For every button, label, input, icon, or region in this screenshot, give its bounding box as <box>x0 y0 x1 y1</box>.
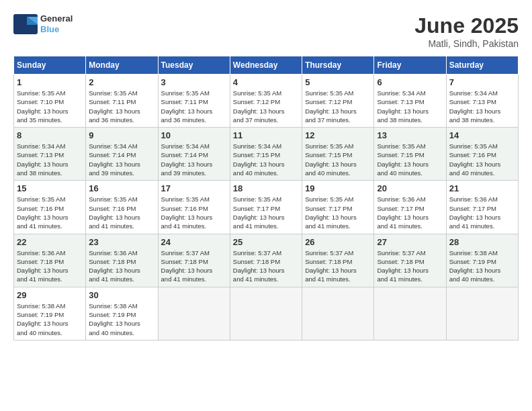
day-number: 26 <box>305 237 371 247</box>
day-number: 2 <box>89 77 154 87</box>
day-number: 15 <box>17 183 83 193</box>
day-number: 24 <box>161 237 227 247</box>
table-row: 4Sunrise: 5:35 AM Sunset: 7:12 PM Daylig… <box>230 75 302 128</box>
day-number: 4 <box>233 77 299 87</box>
table-row: 29Sunrise: 5:38 AM Sunset: 7:19 PM Dayli… <box>14 287 86 340</box>
day-info: Sunrise: 5:35 AM Sunset: 7:15 PM Dayligh… <box>305 142 371 177</box>
col-thursday: Thursday <box>302 56 374 75</box>
day-number: 5 <box>305 77 371 87</box>
location-title: Matli, Sindh, Pakistan <box>414 38 519 49</box>
day-info: Sunrise: 5:34 AM Sunset: 7:15 PM Dayligh… <box>233 142 299 177</box>
day-number: 18 <box>233 183 299 193</box>
day-number: 29 <box>17 290 83 300</box>
col-friday: Friday <box>374 56 446 75</box>
day-info: Sunrise: 5:36 AM Sunset: 7:17 PM Dayligh… <box>449 195 515 230</box>
day-info: Sunrise: 5:37 AM Sunset: 7:18 PM Dayligh… <box>233 248 299 284</box>
table-row: 8Sunrise: 5:34 AM Sunset: 7:13 PM Daylig… <box>14 128 86 181</box>
day-number: 9 <box>89 130 154 140</box>
title-area: June 2025 Matli, Sindh, Pakistan <box>414 13 519 49</box>
col-saturday: Saturday <box>446 56 518 75</box>
day-number: 6 <box>377 77 443 87</box>
day-number: 27 <box>377 237 443 247</box>
table-row: 1Sunrise: 5:35 AM Sunset: 7:10 PM Daylig… <box>14 75 86 128</box>
table-row: 18Sunrise: 5:35 AM Sunset: 7:17 PM Dayli… <box>230 181 302 234</box>
logo: General Blue <box>13 13 73 34</box>
table-row: 2Sunrise: 5:35 AM Sunset: 7:11 PM Daylig… <box>86 75 158 128</box>
day-number: 13 <box>377 130 443 140</box>
table-row: 11Sunrise: 5:34 AM Sunset: 7:15 PM Dayli… <box>230 128 302 181</box>
table-row: 10Sunrise: 5:34 AM Sunset: 7:14 PM Dayli… <box>158 128 230 181</box>
table-row: 7Sunrise: 5:34 AM Sunset: 7:13 PM Daylig… <box>446 75 518 128</box>
day-info: Sunrise: 5:35 AM Sunset: 7:10 PM Dayligh… <box>17 89 83 124</box>
day-info: Sunrise: 5:38 AM Sunset: 7:19 PM Dayligh… <box>89 302 154 337</box>
day-info: Sunrise: 5:37 AM Sunset: 7:18 PM Dayligh… <box>377 248 443 284</box>
day-info: Sunrise: 5:36 AM Sunset: 7:17 PM Dayligh… <box>377 195 443 230</box>
day-number: 3 <box>161 77 227 87</box>
day-info: Sunrise: 5:35 AM Sunset: 7:11 PM Dayligh… <box>89 89 154 124</box>
day-number: 11 <box>233 130 299 140</box>
day-number: 10 <box>161 130 227 140</box>
day-info: Sunrise: 5:35 AM Sunset: 7:12 PM Dayligh… <box>305 89 371 124</box>
day-info: Sunrise: 5:36 AM Sunset: 7:18 PM Dayligh… <box>17 248 83 284</box>
day-info: Sunrise: 5:37 AM Sunset: 7:18 PM Dayligh… <box>305 248 371 284</box>
calendar-week-row: 15Sunrise: 5:35 AM Sunset: 7:16 PM Dayli… <box>14 181 519 234</box>
table-row: 23Sunrise: 5:36 AM Sunset: 7:18 PM Dayli… <box>86 234 158 287</box>
table-row: 16Sunrise: 5:35 AM Sunset: 7:16 PM Dayli… <box>86 181 158 234</box>
table-row: 30Sunrise: 5:38 AM Sunset: 7:19 PM Dayli… <box>86 287 158 340</box>
day-number: 19 <box>305 183 371 193</box>
day-info: Sunrise: 5:35 AM Sunset: 7:16 PM Dayligh… <box>449 142 515 177</box>
day-number: 1 <box>17 77 83 87</box>
day-info: Sunrise: 5:38 AM Sunset: 7:19 PM Dayligh… <box>17 302 83 337</box>
table-row: 27Sunrise: 5:37 AM Sunset: 7:18 PM Dayli… <box>374 234 446 287</box>
day-number: 20 <box>377 183 443 193</box>
table-row: 28Sunrise: 5:38 AM Sunset: 7:19 PM Dayli… <box>446 234 518 287</box>
table-row: 13Sunrise: 5:35 AM Sunset: 7:15 PM Dayli… <box>374 128 446 181</box>
table-row: 15Sunrise: 5:35 AM Sunset: 7:16 PM Dayli… <box>14 181 86 234</box>
calendar-week-row: 1Sunrise: 5:35 AM Sunset: 7:10 PM Daylig… <box>14 75 519 128</box>
table-row <box>158 287 230 340</box>
day-info: Sunrise: 5:35 AM Sunset: 7:11 PM Dayligh… <box>161 89 227 124</box>
table-row: 20Sunrise: 5:36 AM Sunset: 7:17 PM Dayli… <box>374 181 446 234</box>
table-row <box>446 287 518 340</box>
day-info: Sunrise: 5:35 AM Sunset: 7:16 PM Dayligh… <box>89 195 154 230</box>
calendar-week-row: 29Sunrise: 5:38 AM Sunset: 7:19 PM Dayli… <box>14 287 519 340</box>
day-number: 16 <box>89 183 154 193</box>
day-info: Sunrise: 5:34 AM Sunset: 7:13 PM Dayligh… <box>449 89 515 124</box>
table-row: 12Sunrise: 5:35 AM Sunset: 7:15 PM Dayli… <box>302 128 374 181</box>
day-info: Sunrise: 5:34 AM Sunset: 7:14 PM Dayligh… <box>161 142 227 177</box>
calendar-week-row: 8Sunrise: 5:34 AM Sunset: 7:13 PM Daylig… <box>14 128 519 181</box>
day-info: Sunrise: 5:35 AM Sunset: 7:16 PM Dayligh… <box>17 195 83 230</box>
table-row: 24Sunrise: 5:37 AM Sunset: 7:18 PM Dayli… <box>158 234 230 287</box>
table-row: 21Sunrise: 5:36 AM Sunset: 7:17 PM Dayli… <box>446 181 518 234</box>
col-wednesday: Wednesday <box>230 56 302 75</box>
table-row: 14Sunrise: 5:35 AM Sunset: 7:16 PM Dayli… <box>446 128 518 181</box>
table-row <box>230 287 302 340</box>
day-number: 22 <box>17 237 83 247</box>
calendar-header-row: Sunday Monday Tuesday Wednesday Thursday… <box>14 56 519 75</box>
col-sunday: Sunday <box>14 56 86 75</box>
col-tuesday: Tuesday <box>158 56 230 75</box>
logo-icon <box>13 14 38 34</box>
table-row: 6Sunrise: 5:34 AM Sunset: 7:13 PM Daylig… <box>374 75 446 128</box>
day-info: Sunrise: 5:37 AM Sunset: 7:18 PM Dayligh… <box>161 248 227 284</box>
day-number: 28 <box>449 237 515 247</box>
day-info: Sunrise: 5:35 AM Sunset: 7:17 PM Dayligh… <box>233 195 299 230</box>
day-info: Sunrise: 5:35 AM Sunset: 7:17 PM Dayligh… <box>305 195 371 230</box>
table-row: 25Sunrise: 5:37 AM Sunset: 7:18 PM Dayli… <box>230 234 302 287</box>
table-row: 3Sunrise: 5:35 AM Sunset: 7:11 PM Daylig… <box>158 75 230 128</box>
day-number: 17 <box>161 183 227 193</box>
day-number: 12 <box>305 130 371 140</box>
day-number: 21 <box>449 183 515 193</box>
day-number: 7 <box>449 77 515 87</box>
day-info: Sunrise: 5:34 AM Sunset: 7:13 PM Dayligh… <box>17 142 83 177</box>
day-number: 30 <box>89 290 154 300</box>
day-info: Sunrise: 5:35 AM Sunset: 7:12 PM Dayligh… <box>233 89 299 124</box>
table-row: 22Sunrise: 5:36 AM Sunset: 7:18 PM Dayli… <box>14 234 86 287</box>
day-number: 8 <box>17 130 83 140</box>
table-row: 17Sunrise: 5:35 AM Sunset: 7:16 PM Dayli… <box>158 181 230 234</box>
day-info: Sunrise: 5:34 AM Sunset: 7:13 PM Dayligh… <box>377 89 443 124</box>
logo-text: General Blue <box>40 13 73 34</box>
month-title: June 2025 <box>414 13 519 38</box>
table-row <box>302 287 374 340</box>
calendar-week-row: 22Sunrise: 5:36 AM Sunset: 7:18 PM Dayli… <box>14 234 519 287</box>
